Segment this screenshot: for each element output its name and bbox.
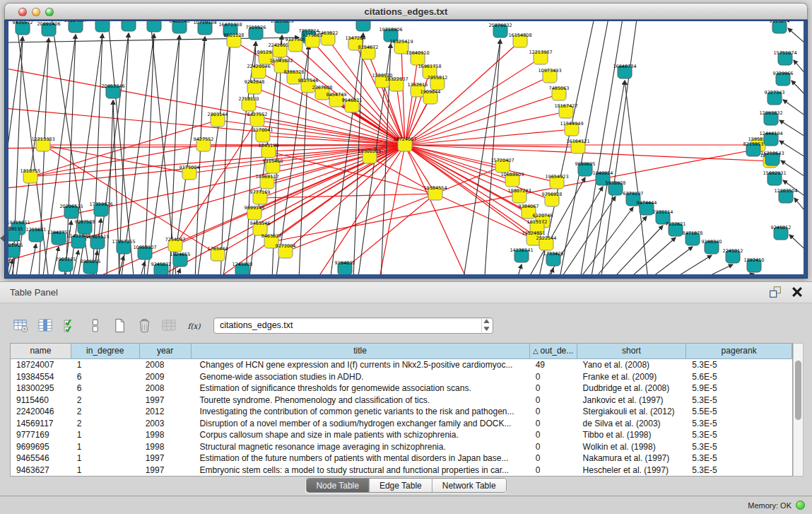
graph-node[interactable]: 9245012 <box>771 225 792 240</box>
graph-node[interactable]: 9313074 <box>770 21 790 33</box>
graph-node[interactable]: 9198340 <box>702 239 722 254</box>
close-panel-icon[interactable] <box>791 286 804 298</box>
graph-node[interactable]: 10688609 <box>500 172 524 187</box>
tab-edge-table[interactable]: Edge Table <box>370 479 433 492</box>
graph-node[interactable]: 7515526 <box>246 25 266 40</box>
graph-node[interactable]: 12505115 <box>86 234 109 249</box>
graph-node[interactable]: 1733426 <box>543 251 564 266</box>
graph-node[interactable]: 9115460 <box>263 158 283 173</box>
graph-node[interactable]: 1845190 <box>259 143 279 158</box>
graph-node[interactable]: 12213987 <box>529 49 552 64</box>
graph-node[interactable]: 16164121 <box>566 139 589 153</box>
table-row[interactable]: 1456911722003Disruption of a novel membe… <box>11 418 792 430</box>
column-visibility-icon[interactable] <box>36 316 55 335</box>
float-panel-icon[interactable] <box>769 286 782 298</box>
column-header-name[interactable]: name <box>11 344 71 359</box>
table-row[interactable]: 946362711997Embryonic stem cells: a mode… <box>11 465 792 477</box>
graph-node[interactable]: 20876082 <box>90 21 114 32</box>
graph-node[interactable]: 17957255 <box>112 239 135 254</box>
graph-node[interactable]: 16104317 <box>64 21 87 33</box>
graph-node[interactable]: 10719184 <box>193 21 216 35</box>
graph-node[interactable]: 1215681 <box>26 227 47 242</box>
tab-network-table[interactable]: Network Table <box>433 479 506 492</box>
graph-node[interactable]: 2803144 <box>208 112 228 127</box>
graph-node[interactable]: 9146821 <box>342 98 363 112</box>
graph-node[interactable]: 2522544 <box>536 235 557 250</box>
graph-node[interactable]: 9170041 <box>253 127 273 142</box>
network-view[interactable]: 9435572206914061610431720876082106532871… <box>8 21 804 274</box>
graph-node[interactable]: 6466140 <box>170 21 190 33</box>
column-header-title[interactable]: title <box>192 344 530 359</box>
graph-node[interactable]: 8154672 <box>358 45 379 59</box>
column-header-short[interactable]: short <box>577 344 687 359</box>
column-header-year[interactable]: year <box>140 344 192 359</box>
graph-node[interactable]: 8471878 <box>683 230 703 245</box>
graph-node[interactable]: 7254047 <box>165 237 186 252</box>
graph-node[interactable]: 16033809 <box>270 21 293 33</box>
graph-node[interactable]: 14136141 <box>510 247 533 262</box>
graph-node[interactable]: 9275685 <box>302 33 323 47</box>
graph-node[interactable]: 20691406 <box>37 21 60 36</box>
delete-table-icon[interactable] <box>135 316 154 335</box>
graph-node[interactable]: 19654923 <box>545 174 568 189</box>
table-row[interactable]: 969969511998Structural magnetic resonanc… <box>11 441 792 453</box>
graph-node[interactable]: 9245032 <box>151 262 172 274</box>
new-table-icon[interactable] <box>110 316 129 335</box>
graph-node[interactable]: 9329966 <box>773 71 794 86</box>
graph-node[interactable]: 2245012 <box>723 248 743 263</box>
graph-node[interactable]: 1601905 <box>8 243 23 257</box>
graph-node[interactable]: 11544949 <box>560 121 583 136</box>
table-row[interactable]: 1938455462009Genome-wide association stu… <box>11 371 792 383</box>
column-header-out_de[interactable]: △out_de... <box>530 344 577 359</box>
graph-node[interactable]: 8427552 <box>247 112 268 127</box>
table-row[interactable]: 2242004622012Investigating the contribut… <box>11 406 792 418</box>
table-source-select[interactable]: citations_edges.txt <box>213 317 493 334</box>
graph-node[interactable]: 2718120 <box>239 96 259 111</box>
table-settings-icon[interactable] <box>11 316 30 335</box>
combo-stepper-icon[interactable] <box>481 319 491 332</box>
graph-node[interactable]: 14569117 <box>255 174 278 189</box>
graph-node[interactable]: 8813054 <box>353 21 374 31</box>
clear-selection-icon[interactable] <box>86 316 105 335</box>
column-header-in_degree[interactable]: in_degree <box>71 344 140 359</box>
graph-node[interactable]: 12213383 <box>31 136 54 151</box>
window-titlebar[interactable]: citations_edges.txt <box>4 3 808 20</box>
graph-node[interactable]: 9227343 <box>765 90 785 105</box>
graph-node[interactable]: 9427552 <box>194 136 214 151</box>
graph-node[interactable]: 12103504 <box>774 188 797 203</box>
graph-node[interactable]: 8601128 <box>224 33 245 47</box>
graph-node[interactable]: 9194032 <box>335 260 355 274</box>
network-canvas[interactable]: 9435572206914061610431720876082106532871… <box>8 21 804 274</box>
table-row[interactable]: 1830029562008Estimation of significance … <box>11 382 792 395</box>
graph-node[interactable]: 16154808 <box>508 33 531 47</box>
graph-node[interactable]: 9175004 <box>180 165 200 180</box>
graph-node[interactable]: 1765444 <box>208 246 228 261</box>
graph-node[interactable]: 1245908 <box>233 262 253 274</box>
graph-node[interactable]: 15720407 <box>490 158 514 173</box>
graph-node[interactable]: 1624655 <box>170 252 191 267</box>
graph-node[interactable]: 16648784 <box>613 64 636 78</box>
tab-node-table[interactable]: Node Table <box>306 479 370 492</box>
table-row[interactable]: 946554611997Estimation of the future num… <box>11 452 792 465</box>
panel-collapse-arrow-icon[interactable] <box>0 235 4 242</box>
graph-node[interactable]: 9097588 <box>75 219 95 234</box>
graph-node[interactable]: 1892450 <box>744 257 765 272</box>
graph-node[interactable]: 18807243 <box>507 188 531 203</box>
graph-node[interactable]: 7955812 <box>428 75 448 90</box>
table-row[interactable]: 1872400712008Changes of HCN gene express… <box>11 359 792 371</box>
select-all-icon[interactable] <box>61 316 80 335</box>
graph-node[interactable]: 9777169 <box>250 189 271 204</box>
graph-node[interactable]: 15692931 <box>763 170 786 185</box>
function-builder-icon[interactable]: f(x) <box>184 316 204 335</box>
table-row[interactable]: 977716911998Corpus callosum shape and si… <box>11 429 792 441</box>
graph-node[interactable]: 10653287 <box>117 21 140 31</box>
graph-node[interactable]: 1909044 <box>420 89 441 104</box>
graph-node[interactable]: 1527602 <box>144 21 165 32</box>
graph-node[interactable]: 1810755 <box>20 168 41 183</box>
graph-node[interactable]: 9699145 <box>245 205 265 220</box>
graph-node[interactable]: 9756928 <box>542 192 563 206</box>
column-header-pagerank[interactable]: pagerank <box>686 344 792 359</box>
graph-node[interactable]: 12093832 <box>759 110 782 125</box>
graph-node[interactable]: 9435572 <box>13 21 33 35</box>
table-row[interactable]: 911546021997Tourette syndrome. Phenomeno… <box>11 395 792 407</box>
